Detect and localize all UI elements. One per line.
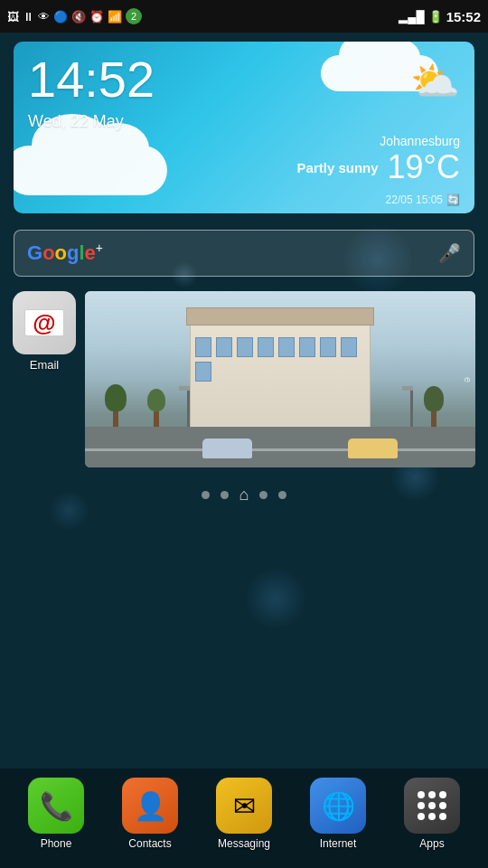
cloud-left <box>14 146 167 195</box>
mute-icon: 🔇 <box>71 10 86 24</box>
street-scene: e <box>85 291 475 467</box>
email-label: Email <box>30 358 60 372</box>
weather-city: Johannesburg <box>297 134 460 148</box>
car-1 <box>202 439 252 458</box>
phone-icon[interactable]: 📞 <box>28 778 84 834</box>
google-logo: Google+ <box>27 241 103 265</box>
apps-label: Apps <box>419 837 444 850</box>
tree-2 <box>147 389 165 429</box>
page-dot-1[interactable] <box>202 491 210 499</box>
dock-internet[interactable]: 🌐 Internet <box>298 778 378 850</box>
main-content: @ Email <box>13 291 475 467</box>
messaging-icon[interactable]: ✉ <box>216 778 272 834</box>
bluetooth-icon: 🔵 <box>53 10 68 24</box>
email-icon-box[interactable]: @ <box>13 291 76 354</box>
search-bar[interactable]: Google+ 🎤 <box>14 230 474 277</box>
weather-temp: 19°C <box>388 148 460 186</box>
page-dot-5[interactable] <box>278 491 286 499</box>
alarm-icon: ⏰ <box>89 10 104 24</box>
status-right-icons: ▂▄█ 🔋 15:52 <box>399 9 481 24</box>
status-time: 15:52 <box>446 9 481 24</box>
contacts-label: Contacts <box>128 837 171 850</box>
car-2 <box>348 439 398 458</box>
internet-icon[interactable]: 🌐 <box>310 778 366 834</box>
tree-3 <box>424 386 444 429</box>
messaging-label: Messaging <box>218 837 270 850</box>
weather-condition: Partly sunny <box>297 160 379 175</box>
weather-sun-icon: ⛅ <box>410 58 460 105</box>
signal-icon: ▂▄█ <box>399 10 424 24</box>
notification-badge: 2 <box>126 8 142 24</box>
dock-contacts[interactable]: 👤 Contacts <box>110 778 190 850</box>
page-indicators: ⌂ <box>0 486 488 505</box>
phone-label: Phone <box>41 837 72 850</box>
internet-label: Internet <box>320 837 357 850</box>
email-at-symbol: @ <box>33 309 55 337</box>
weather-updated-time: 22/05 15:05 <box>386 193 443 206</box>
home-dot[interactable]: ⌂ <box>239 486 249 505</box>
email-envelope: @ <box>24 309 64 336</box>
battery-icon: 🔋 <box>428 10 443 24</box>
pause-icon: ⏸ <box>23 10 34 24</box>
page-dot-2[interactable] <box>221 491 229 499</box>
street-road <box>85 427 475 467</box>
image-icon: 🖼 <box>7 10 19 24</box>
weather-clock: 14:52 <box>28 54 155 105</box>
dock-messaging[interactable]: ✉ Messaging <box>204 778 284 850</box>
partial-edge-text: e <box>461 374 475 383</box>
weather-updated: 22/05 15:05 🔄 <box>386 193 460 206</box>
wifi-icon: 📶 <box>108 10 122 24</box>
dock: 📞 Phone 👤 Contacts ✉ Messaging 🌐 Interne… <box>0 769 488 868</box>
status-left-icons: 🖼 ⏸ 👁 🔵 🔇 ⏰ 📶 2 <box>7 8 142 24</box>
status-bar: 🖼 ⏸ 👁 🔵 🔇 ⏰ 📶 2 ▂▄█ 🔋 15:52 <box>0 0 488 33</box>
apps-icon[interactable] <box>404 778 460 834</box>
dock-apps[interactable]: Apps <box>392 778 472 850</box>
eye-icon: 👁 <box>38 10 50 24</box>
refresh-icon[interactable]: 🔄 <box>446 193 460 206</box>
contacts-icon[interactable]: 👤 <box>122 778 178 834</box>
main-building <box>190 323 371 440</box>
weather-date: Wed, 22 May <box>28 112 124 131</box>
page-dot-4[interactable] <box>259 491 267 499</box>
apps-grid-icon <box>412 786 452 826</box>
microphone-icon[interactable]: 🎤 <box>438 242 461 264</box>
weather-info: Johannesburg Partly sunny 19°C <box>297 134 460 186</box>
lamp-post-2 <box>406 386 417 431</box>
street-photo: e <box>85 291 475 467</box>
dock-phone[interactable]: 📞 Phone <box>16 778 96 850</box>
email-app-item[interactable]: @ Email <box>13 291 76 372</box>
tree-1 <box>105 384 127 429</box>
weather-widget: 14:52 Wed, 22 May ⛅ Johannesburg Partly … <box>14 42 474 213</box>
